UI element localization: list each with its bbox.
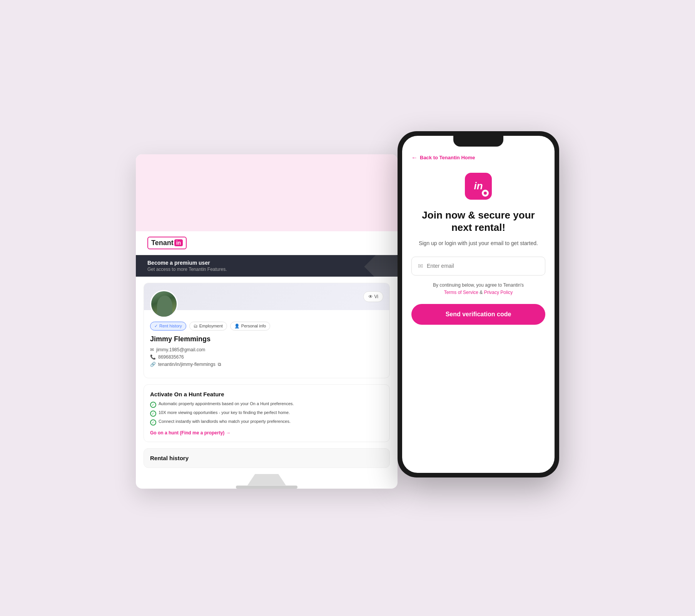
tab-rent-history-label: Rent history bbox=[159, 324, 182, 328]
hunt-cta-text: Go on a hunt (Find me a property) bbox=[150, 430, 224, 436]
tab-employment-icon: 🗂 bbox=[194, 324, 198, 328]
copy-icon[interactable]: ⧉ bbox=[218, 362, 221, 367]
email-field-icon: ✉ bbox=[418, 262, 423, 270]
tab-employment-label: Employment bbox=[199, 324, 223, 328]
activate-feature-2-text: 10X more viewing opportunities - your ke… bbox=[159, 410, 290, 415]
desktop-nav: Tenant in bbox=[136, 231, 398, 255]
activate-feature-3-text: Connect instantly with landlords who mat… bbox=[159, 419, 291, 424]
profile-link: tenantin/in/jimmy-flemmings bbox=[158, 362, 216, 367]
terms-conjunction: & bbox=[479, 290, 484, 295]
profile-name: Jimmy Flemmings bbox=[150, 335, 383, 343]
activate-feature-1: ✓ Automatic property appointments based … bbox=[150, 401, 383, 408]
check-icon-1: ✓ bbox=[150, 402, 156, 408]
banner-decoration bbox=[364, 255, 398, 277]
check-icon-2: ✓ bbox=[150, 411, 156, 417]
privacy-policy-link[interactable]: Privacy Policy bbox=[484, 290, 513, 295]
email-input[interactable] bbox=[427, 263, 539, 269]
hunt-cta-link[interactable]: Go on a hunt (Find me a property) → bbox=[150, 430, 383, 436]
phone-subtitle: Sign up or login with just your email to… bbox=[411, 239, 545, 247]
tab-employment[interactable]: 🗂 Employment bbox=[189, 322, 227, 331]
phone-logo-area: in bbox=[411, 173, 545, 200]
back-arrow-icon: ← bbox=[411, 154, 418, 161]
profile-tabs: ✓ Rent history 🗂 Employment 👤 Personal i… bbox=[150, 322, 383, 331]
email-icon: ✉ bbox=[150, 347, 154, 352]
tenantin-logo[interactable]: Tenant in bbox=[147, 237, 187, 249]
phone-screen: ← Back to Tenantin Home in Join now & se… bbox=[402, 136, 555, 473]
phone-icon: 📞 bbox=[150, 354, 156, 360]
activate-title: Activate On a Hunt Feature bbox=[150, 391, 383, 397]
profile-link-row: 🔗 tenantin/in/jimmy-flemmings ⧉ bbox=[150, 362, 383, 367]
phone-content: ← Back to Tenantin Home in Join now & se… bbox=[402, 136, 555, 473]
terms-agreement-text: By continuing below, you agree to Tenant… bbox=[411, 282, 545, 296]
view-button-label: Vi bbox=[374, 294, 378, 299]
tab-personal-info-label: Personal info bbox=[241, 324, 266, 328]
profile-header: 👁 Vi bbox=[144, 283, 389, 310]
profile-section: 👁 Vi ✓ Rent history 🗂 Employment bbox=[144, 283, 390, 378]
premium-banner: Become a premium user Get access to more… bbox=[136, 255, 398, 277]
back-to-home-link[interactable]: ← Back to Tenantin Home bbox=[411, 154, 545, 161]
phone-logo-text: in bbox=[474, 180, 483, 192]
logo-tenant-text: Tenant bbox=[151, 239, 174, 247]
phone-mockup: ← Back to Tenantin Home in Join now & se… bbox=[398, 131, 559, 477]
logo-in-badge: in bbox=[174, 239, 183, 246]
profile-phone-row: 📞 8696835676 bbox=[150, 354, 383, 360]
activate-section: Activate On a Hunt Feature ✓ Automatic p… bbox=[144, 384, 390, 442]
profile-email-row: ✉ jimmy.1985@gmail.com bbox=[150, 347, 383, 352]
premium-banner-subtitle: Get access to more Tenantin Features. bbox=[147, 267, 386, 272]
send-verification-button[interactable]: Send verification code bbox=[411, 304, 545, 325]
link-icon: 🔗 bbox=[150, 362, 156, 367]
back-link-text: Back to Tenantin Home bbox=[420, 155, 475, 160]
profile-info-list: ✉ jimmy.1985@gmail.com 📞 8696835676 🔗 te… bbox=[150, 347, 383, 367]
desktop-stand bbox=[247, 474, 286, 486]
eye-icon: 👁 bbox=[368, 294, 373, 299]
arrow-icon: → bbox=[226, 430, 231, 436]
profile-email: jimmy.1985@gmail.com bbox=[156, 347, 205, 352]
profile-body: ✓ Rent history 🗂 Employment 👤 Personal i… bbox=[144, 310, 389, 378]
activate-feature-2: ✓ 10X more viewing opportunities - your … bbox=[150, 410, 383, 417]
avatar-image bbox=[151, 291, 177, 317]
activate-feature-1-text: Automatic property appointments based on… bbox=[159, 401, 294, 406]
profile-phone: 8696835676 bbox=[158, 354, 184, 360]
phone-app-logo: in bbox=[465, 173, 492, 200]
view-button[interactable]: 👁 Vi bbox=[363, 291, 383, 302]
check-icon-3: ✓ bbox=[150, 419, 156, 426]
avatar bbox=[150, 290, 178, 318]
activate-feature-3: ✓ Connect instantly with landlords who m… bbox=[150, 419, 383, 426]
phone-headline: Join now & secure your next rental! bbox=[411, 209, 545, 234]
send-button-label: Send verification code bbox=[446, 311, 511, 317]
tab-rent-history[interactable]: ✓ Rent history bbox=[150, 322, 186, 331]
scene: Tenant in Become a premium user Get acce… bbox=[136, 131, 559, 485]
desktop-header-bg bbox=[136, 154, 398, 231]
desktop-screen: Tenant in Become a premium user Get acce… bbox=[136, 154, 398, 468]
phone-logo-dot bbox=[482, 190, 489, 197]
email-input-wrapper[interactable]: ✉ bbox=[411, 257, 545, 275]
rental-section: Rental history bbox=[144, 448, 390, 468]
rental-history-title: Rental history bbox=[150, 455, 383, 461]
terms-prefix-text: By continuing below, you agree to Tenant… bbox=[433, 282, 524, 288]
tab-rent-history-icon: ✓ bbox=[154, 324, 158, 329]
desktop-base bbox=[236, 486, 297, 489]
terms-of-service-link[interactable]: Terms of Service bbox=[444, 290, 480, 295]
tab-personal-info-icon: 👤 bbox=[234, 324, 240, 329]
phone-notch bbox=[453, 136, 503, 147]
premium-banner-title: Become a premium user bbox=[147, 260, 386, 266]
activate-features-list: ✓ Automatic property appointments based … bbox=[150, 401, 383, 426]
desktop-mockup: Tenant in Become a premium user Get acce… bbox=[136, 154, 398, 489]
tab-personal-info[interactable]: 👤 Personal info bbox=[230, 322, 270, 331]
